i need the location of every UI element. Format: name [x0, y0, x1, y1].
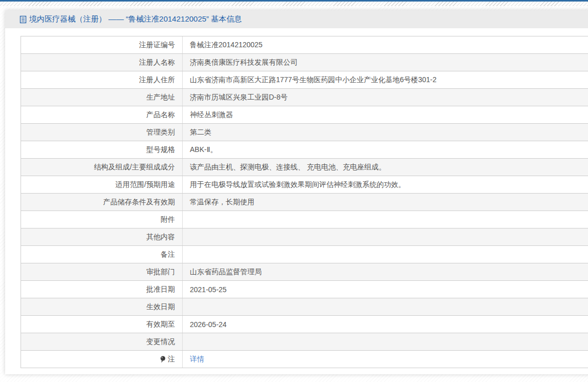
table-row: 结构及组成/主要组成成分该产品由主机、探测电极、连接线、 充电电池、充电座组成。: [21, 159, 588, 176]
row-value: [183, 333, 588, 350]
table-row: 管理类别第二类: [21, 124, 588, 141]
row-value-text: 用于在电极导线放置或试验刺激效果期间评估神经刺激系统的功效。: [190, 180, 405, 189]
row-label-text: 结构及组成/主要组成成分: [94, 163, 175, 172]
row-label: 注册人住所: [21, 71, 183, 88]
row-label: 审批部门: [21, 263, 183, 280]
page-title: 境内医疗器械（注册） —— “鲁械注准20142120025” 基本信息: [19, 14, 242, 24]
row-value: 神经丛刺激器: [183, 106, 588, 123]
row-label: 生产地址: [21, 89, 183, 106]
row-label-text: 产品储存条件及有效期: [103, 198, 175, 207]
table-row: 适用范围/预期用途用于在电极导线放置或试验刺激效果期间评估神经刺激系统的功效。: [21, 176, 588, 194]
top-stripe-band: [0, 2, 588, 6]
row-label-text: 备注: [161, 250, 175, 259]
row-label-text: 注册人名称: [139, 58, 175, 67]
table-row: 注详情: [21, 351, 588, 368]
row-label: 变更情况: [21, 333, 183, 350]
row-value: 详情: [183, 351, 588, 368]
row-label: 型号规格: [21, 141, 183, 158]
table-row: 注册人住所山东省济南市高新区大正路1777号生物医药园中小企业产业化基地6号楼3…: [21, 71, 588, 89]
row-label-text: 生产地址: [146, 93, 175, 102]
content-card: 境内医疗器械（注册） —— “鲁械注准20142120025” 基本信息 注册证…: [5, 10, 588, 374]
card-header-bar: 境内医疗器械（注册） —— “鲁械注准20142120025” 基本信息: [5, 10, 588, 28]
row-value: [183, 228, 588, 245]
row-value: 常温保存，长期使用: [183, 194, 588, 211]
row-value-text: 第二类: [190, 128, 211, 137]
row-label: 注: [21, 351, 183, 368]
row-value-text: ABK-Ⅱ。: [190, 145, 218, 155]
row-label-text: 审批部门: [146, 268, 175, 277]
table-row: 批准日期2021-05-25: [21, 281, 588, 298]
table-row: 审批部门山东省药品监督管理局: [21, 263, 588, 281]
row-label: 注册人名称: [21, 54, 183, 71]
row-value-text: 常温保存，长期使用: [190, 198, 254, 207]
row-label-text: 其他内容: [146, 233, 175, 242]
row-value-text: 2026-05-24: [190, 320, 227, 329]
row-label: 注册证编号: [21, 36, 183, 53]
row-label-text: 产品名称: [146, 110, 175, 120]
row-label-text: 注册人住所: [139, 75, 175, 85]
row-value: 济南市历城区兴泉工业园D-8号: [183, 89, 588, 106]
row-label-text: 附件: [161, 215, 175, 224]
row-label-text: 变更情况: [146, 337, 175, 347]
table-row: 生效日期: [21, 298, 588, 316]
row-label-text: 生效日期: [146, 302, 175, 312]
row-value-text: 鲁械注准20142120025: [190, 41, 263, 50]
row-label-text: 适用范围/预期用途: [115, 180, 175, 189]
row-label: 结构及组成/主要组成成分: [21, 159, 183, 176]
table-row: 变更情况: [21, 333, 588, 351]
table-row: 生产地址济南市历城区兴泉工业园D-8号: [21, 89, 588, 106]
row-value-text: 山东省药品监督管理局: [190, 268, 262, 277]
row-value: 第二类: [183, 124, 588, 141]
details-link[interactable]: 详情: [190, 355, 204, 364]
row-value: 山东省济南市高新区大正路1777号生物医药园中小企业产业化基地6号楼301-2: [183, 71, 588, 88]
row-label-text: 注册证编号: [139, 41, 175, 50]
row-value: 该产品由主机、探测电极、连接线、 充电电池、充电座组成。: [183, 159, 588, 176]
row-label-text: 注: [168, 355, 175, 364]
row-label: 产品名称: [21, 106, 183, 123]
row-label-text: 型号规格: [146, 145, 175, 155]
document-icon: [19, 15, 27, 24]
table-row: 型号规格ABK-Ⅱ。: [21, 141, 588, 159]
row-value: [183, 298, 588, 315]
row-value: [183, 246, 588, 263]
row-label: 有效期至: [21, 316, 183, 333]
table-row: 其他内容: [21, 228, 588, 246]
table-row: 产品名称神经丛刺激器: [21, 106, 588, 124]
row-label-text: 批准日期: [146, 285, 175, 294]
table-row: 有效期至2026-05-24: [21, 316, 588, 333]
row-label-text: 管理类别: [146, 128, 175, 137]
page-title-text: 境内医疗器械（注册） —— “鲁械注准20142120025” 基本信息: [29, 14, 242, 24]
row-value: ABK-Ⅱ。: [183, 141, 588, 158]
row-value: 2021-05-25: [183, 281, 588, 298]
row-label: 管理类别: [21, 124, 183, 141]
table-row: 注册人名称济南奥倍康医疗科技发展有限公司: [21, 54, 588, 71]
balloon-icon: [160, 356, 166, 364]
row-label: 批准日期: [21, 281, 183, 298]
table-row: 备注: [21, 246, 588, 263]
row-label: 产品储存条件及有效期: [21, 194, 183, 211]
table-row: 注册证编号鲁械注准20142120025: [21, 36, 588, 54]
row-label: 其他内容: [21, 228, 183, 245]
row-value-text: 2021-05-25: [190, 285, 227, 294]
registration-info-table: 注册证编号鲁械注准20142120025注册人名称济南奥倍康医疗科技发展有限公司…: [21, 36, 588, 368]
row-value-text: 神经丛刺激器: [190, 110, 233, 120]
row-value: 鲁械注准20142120025: [183, 36, 588, 53]
row-value-text: 山东省济南市高新区大正路1777号生物医药园中小企业产业化基地6号楼301-2: [190, 75, 437, 85]
row-value: 济南奥倍康医疗科技发展有限公司: [183, 54, 588, 71]
row-label: 备注: [21, 246, 183, 263]
row-value: 2026-05-24: [183, 316, 588, 333]
row-value: 山东省药品监督管理局: [183, 263, 588, 280]
table-row: 产品储存条件及有效期常温保存，长期使用: [21, 194, 588, 211]
row-value: [183, 211, 588, 228]
row-value-text: 该产品由主机、探测电极、连接线、 充电电池、充电座组成。: [190, 163, 386, 172]
row-label: 附件: [21, 211, 183, 228]
row-label: 适用范围/预期用途: [21, 176, 183, 193]
table-row: 附件: [21, 211, 588, 228]
row-value-text: 济南市历城区兴泉工业园D-8号: [190, 93, 288, 102]
row-label-text: 有效期至: [146, 320, 175, 329]
row-value-text: 济南奥倍康医疗科技发展有限公司: [190, 58, 298, 67]
row-label: 生效日期: [21, 298, 183, 315]
row-value: 用于在电极导线放置或试验刺激效果期间评估神经刺激系统的功效。: [183, 176, 588, 193]
